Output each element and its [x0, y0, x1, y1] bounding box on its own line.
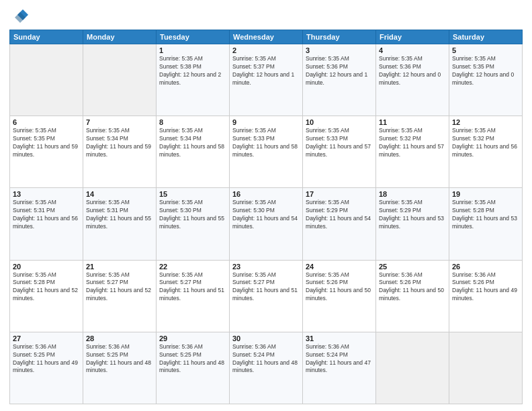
- calendar-cell: 19Sunrise: 5:35 AM Sunset: 5:28 PM Dayli…: [449, 188, 523, 260]
- day-detail: Sunrise: 5:35 AM Sunset: 5:33 PM Dayligh…: [306, 127, 373, 159]
- calendar-cell: 5Sunrise: 5:35 AM Sunset: 5:35 PM Daylig…: [449, 44, 523, 116]
- calendar-cell: [376, 332, 449, 404]
- day-number: 9: [232, 118, 300, 126]
- calendar-cell: 16Sunrise: 5:35 AM Sunset: 5:30 PM Dayli…: [230, 188, 303, 260]
- calendar-cell: 25Sunrise: 5:36 AM Sunset: 5:26 PM Dayli…: [376, 260, 449, 332]
- day-detail: Sunrise: 5:36 AM Sunset: 5:24 PM Dayligh…: [232, 343, 300, 375]
- day-detail: Sunrise: 5:36 AM Sunset: 5:26 PM Dayligh…: [452, 271, 519, 304]
- day-detail: Sunrise: 5:35 AM Sunset: 5:28 PM Dayligh…: [13, 271, 80, 304]
- day-number: 6: [13, 118, 80, 126]
- logo-icon: [9, 7, 28, 26]
- day-number: 4: [379, 46, 446, 54]
- day-detail: Sunrise: 5:35 AM Sunset: 5:32 PM Dayligh…: [452, 127, 519, 159]
- calendar-week-row: 20Sunrise: 5:35 AM Sunset: 5:28 PM Dayli…: [10, 260, 523, 332]
- day-number: 10: [306, 118, 373, 126]
- calendar-day-header: Wednesday: [230, 30, 303, 44]
- day-number: 13: [13, 190, 80, 198]
- calendar-cell: [10, 44, 83, 116]
- calendar-header-row: SundayMondayTuesdayWednesdayThursdayFrid…: [10, 30, 523, 44]
- day-number: 16: [232, 190, 300, 198]
- day-detail: Sunrise: 5:36 AM Sunset: 5:24 PM Dayligh…: [306, 343, 373, 375]
- calendar-cell: 27Sunrise: 5:36 AM Sunset: 5:25 PM Dayli…: [10, 332, 83, 404]
- calendar-cell: 23Sunrise: 5:35 AM Sunset: 5:27 PM Dayli…: [230, 260, 303, 332]
- day-number: 30: [232, 334, 300, 342]
- day-detail: Sunrise: 5:36 AM Sunset: 5:25 PM Dayligh…: [86, 343, 153, 375]
- page: SundayMondayTuesdayWednesdayThursdayFrid…: [0, 0, 532, 411]
- day-detail: Sunrise: 5:36 AM Sunset: 5:25 PM Dayligh…: [159, 343, 226, 375]
- day-detail: Sunrise: 5:35 AM Sunset: 5:32 PM Dayligh…: [379, 127, 446, 159]
- logo: [9, 7, 31, 26]
- day-number: 21: [86, 263, 153, 271]
- day-detail: Sunrise: 5:35 AM Sunset: 5:35 PM Dayligh…: [452, 55, 519, 87]
- calendar-day-header: Thursday: [303, 30, 376, 44]
- day-detail: Sunrise: 5:35 AM Sunset: 5:33 PM Dayligh…: [232, 127, 300, 159]
- day-number: 7: [86, 118, 153, 126]
- calendar-day-header: Friday: [376, 30, 449, 44]
- day-number: 1: [159, 46, 226, 54]
- day-number: 3: [306, 46, 373, 54]
- calendar-cell: 3Sunrise: 5:35 AM Sunset: 5:36 PM Daylig…: [303, 44, 376, 116]
- day-detail: Sunrise: 5:35 AM Sunset: 5:36 PM Dayligh…: [306, 55, 373, 87]
- day-number: 11: [379, 118, 446, 126]
- calendar-cell: 13Sunrise: 5:35 AM Sunset: 5:31 PM Dayli…: [10, 188, 83, 260]
- day-number: 22: [159, 263, 226, 271]
- day-detail: Sunrise: 5:35 AM Sunset: 5:34 PM Dayligh…: [159, 127, 226, 159]
- day-detail: Sunrise: 5:36 AM Sunset: 5:26 PM Dayligh…: [379, 271, 446, 304]
- day-detail: Sunrise: 5:35 AM Sunset: 5:37 PM Dayligh…: [232, 55, 300, 87]
- day-number: 23: [232, 263, 300, 271]
- day-detail: Sunrise: 5:35 AM Sunset: 5:36 PM Dayligh…: [379, 55, 446, 87]
- calendar-day-header: Tuesday: [157, 30, 230, 44]
- day-number: 18: [379, 190, 446, 198]
- day-detail: Sunrise: 5:35 AM Sunset: 5:29 PM Dayligh…: [306, 199, 373, 231]
- day-detail: Sunrise: 5:35 AM Sunset: 5:35 PM Dayligh…: [13, 127, 80, 159]
- day-detail: Sunrise: 5:35 AM Sunset: 5:26 PM Dayligh…: [306, 271, 373, 304]
- calendar-cell: 1Sunrise: 5:35 AM Sunset: 5:38 PM Daylig…: [157, 44, 230, 116]
- calendar-cell: 26Sunrise: 5:36 AM Sunset: 5:26 PM Dayli…: [449, 260, 523, 332]
- calendar-cell: 24Sunrise: 5:35 AM Sunset: 5:26 PM Dayli…: [303, 260, 376, 332]
- day-detail: Sunrise: 5:35 AM Sunset: 5:31 PM Dayligh…: [86, 199, 153, 231]
- calendar-cell: 4Sunrise: 5:35 AM Sunset: 5:36 PM Daylig…: [376, 44, 449, 116]
- calendar-cell: 14Sunrise: 5:35 AM Sunset: 5:31 PM Dayli…: [83, 188, 157, 260]
- day-detail: Sunrise: 5:35 AM Sunset: 5:27 PM Dayligh…: [159, 271, 226, 304]
- calendar-cell: [83, 44, 157, 116]
- calendar-week-row: 27Sunrise: 5:36 AM Sunset: 5:25 PM Dayli…: [10, 332, 523, 404]
- calendar-cell: 30Sunrise: 5:36 AM Sunset: 5:24 PM Dayli…: [230, 332, 303, 404]
- calendar-day-header: Saturday: [449, 30, 523, 44]
- calendar-cell: 10Sunrise: 5:35 AM Sunset: 5:33 PM Dayli…: [303, 116, 376, 188]
- day-number: 20: [13, 263, 80, 271]
- calendar-cell: 18Sunrise: 5:35 AM Sunset: 5:29 PM Dayli…: [376, 188, 449, 260]
- calendar-cell: 8Sunrise: 5:35 AM Sunset: 5:34 PM Daylig…: [157, 116, 230, 188]
- calendar-day-header: Monday: [83, 30, 157, 44]
- day-number: 25: [379, 263, 446, 271]
- calendar-cell: 20Sunrise: 5:35 AM Sunset: 5:28 PM Dayli…: [10, 260, 83, 332]
- day-number: 29: [159, 334, 226, 342]
- day-number: 27: [13, 334, 80, 342]
- day-detail: Sunrise: 5:35 AM Sunset: 5:29 PM Dayligh…: [379, 199, 446, 231]
- day-number: 17: [306, 190, 373, 198]
- calendar-cell: 17Sunrise: 5:35 AM Sunset: 5:29 PM Dayli…: [303, 188, 376, 260]
- calendar-day-header: Sunday: [10, 30, 83, 44]
- day-number: 2: [232, 46, 300, 54]
- calendar-cell: [449, 332, 523, 404]
- calendar-cell: 29Sunrise: 5:36 AM Sunset: 5:25 PM Dayli…: [157, 332, 230, 404]
- calendar-cell: 22Sunrise: 5:35 AM Sunset: 5:27 PM Dayli…: [157, 260, 230, 332]
- day-number: 12: [452, 118, 519, 126]
- calendar-cell: 12Sunrise: 5:35 AM Sunset: 5:32 PM Dayli…: [449, 116, 523, 188]
- calendar: SundayMondayTuesdayWednesdayThursdayFrid…: [9, 30, 523, 404]
- calendar-cell: 6Sunrise: 5:35 AM Sunset: 5:35 PM Daylig…: [10, 116, 83, 188]
- calendar-cell: 11Sunrise: 5:35 AM Sunset: 5:32 PM Dayli…: [376, 116, 449, 188]
- calendar-cell: 31Sunrise: 5:36 AM Sunset: 5:24 PM Dayli…: [303, 332, 376, 404]
- day-number: 14: [86, 190, 153, 198]
- day-number: 19: [452, 190, 519, 198]
- day-number: 24: [306, 263, 373, 271]
- day-detail: Sunrise: 5:35 AM Sunset: 5:34 PM Dayligh…: [86, 127, 153, 159]
- day-number: 31: [306, 334, 373, 342]
- calendar-cell: 15Sunrise: 5:35 AM Sunset: 5:30 PM Dayli…: [157, 188, 230, 260]
- calendar-cell: 2Sunrise: 5:35 AM Sunset: 5:37 PM Daylig…: [230, 44, 303, 116]
- calendar-week-row: 1Sunrise: 5:35 AM Sunset: 5:38 PM Daylig…: [10, 44, 523, 116]
- day-detail: Sunrise: 5:35 AM Sunset: 5:27 PM Dayligh…: [86, 271, 153, 304]
- calendar-week-row: 13Sunrise: 5:35 AM Sunset: 5:31 PM Dayli…: [10, 188, 523, 260]
- calendar-cell: 21Sunrise: 5:35 AM Sunset: 5:27 PM Dayli…: [83, 260, 157, 332]
- day-number: 26: [452, 263, 519, 271]
- calendar-cell: 9Sunrise: 5:35 AM Sunset: 5:33 PM Daylig…: [230, 116, 303, 188]
